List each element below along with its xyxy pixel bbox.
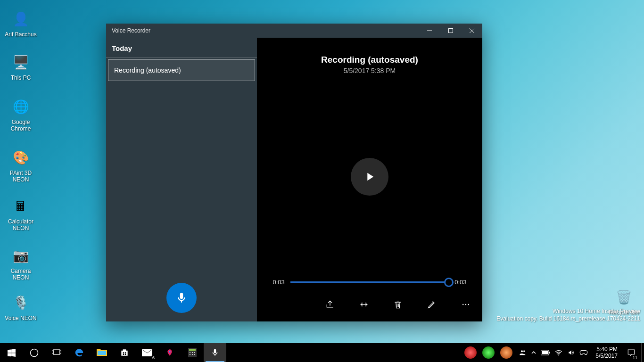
chevron-up-icon	[531, 350, 536, 355]
taskbar-edge[interactable]	[68, 343, 91, 362]
svg-point-17	[194, 352, 195, 353]
svg-point-18	[190, 354, 190, 355]
svg-point-7	[30, 349, 38, 356]
calculator-icon	[188, 348, 197, 357]
desktop-icon-this-pc[interactable]: 🖥️This PC	[3, 52, 39, 81]
svg-point-15	[190, 352, 190, 353]
close-button[interactable]	[461, 24, 482, 38]
tray-chevron[interactable]	[531, 350, 536, 355]
start-button[interactable]	[0, 343, 23, 362]
cortana-button[interactable]	[23, 343, 45, 362]
desktop-icon-paint-3d-neon[interactable]: 🎨PAint 3D NEON	[3, 147, 39, 183]
taskbar-voice-recorder[interactable]	[204, 343, 226, 362]
taskbar-explorer[interactable]	[91, 343, 113, 362]
svg-point-4	[462, 304, 464, 305]
show-desktop-button[interactable]	[641, 343, 644, 362]
svg-rect-23	[542, 351, 548, 354]
maximize-button[interactable]	[440, 24, 461, 38]
player-toolbar	[257, 297, 482, 312]
minimize-button[interactable]	[419, 24, 440, 38]
volume-icon	[567, 349, 575, 356]
trash-icon	[393, 300, 403, 309]
voice-neon-icon: 🎙️	[10, 292, 31, 313]
recordings-sidebar: Today Recording (autosaved)	[106, 38, 257, 321]
tray-battery[interactable]	[541, 350, 550, 355]
svg-point-20	[194, 354, 195, 355]
people-contact-1[interactable]	[464, 346, 477, 359]
share-icon	[325, 300, 335, 309]
pencil-icon	[427, 300, 437, 309]
taskbar-clock[interactable]: 5:40 PM 5/5/2017	[592, 346, 621, 359]
time-current: 0:03	[272, 279, 284, 286]
recycle-bin-icon: 🗑️	[613, 287, 634, 307]
window-title: Voice Recorder	[112, 27, 150, 34]
rename-button[interactable]	[424, 297, 439, 312]
record-button[interactable]	[166, 283, 197, 313]
time-total: 0:03	[454, 279, 466, 286]
svg-rect-10	[60, 351, 61, 354]
windows-icon	[8, 349, 16, 357]
desktop-icon-label: PAint 3D NEON	[3, 170, 39, 183]
svg-point-24	[558, 354, 559, 355]
task-view-button[interactable]	[45, 343, 68, 362]
desktop-icon-label: This PC	[3, 74, 39, 81]
sidebar-section-today: Today	[106, 38, 257, 58]
taskbar-maps[interactable]	[158, 343, 181, 362]
svg-rect-1	[448, 29, 453, 33]
action-center-button[interactable]: 11	[621, 343, 641, 362]
battery-icon	[541, 350, 550, 355]
tray-gamebar[interactable]	[579, 349, 588, 356]
desktop-icon-user-folder[interactable]: 👤Arif Bacchus	[3, 8, 39, 38]
delete-button[interactable]	[390, 297, 405, 312]
mail-badge: 6	[151, 355, 156, 360]
seek-slider[interactable]: 0:03 0:03	[272, 279, 466, 286]
google-chrome-icon: 🌐	[10, 96, 31, 117]
play-button[interactable]	[351, 158, 388, 196]
edge-icon	[74, 347, 84, 358]
taskbar-mail[interactable]: 6	[136, 343, 158, 362]
tray-volume[interactable]	[567, 349, 575, 356]
taskbar: 6 5:40 PM 5/5/2017 11	[0, 343, 644, 362]
trim-button[interactable]	[356, 297, 372, 312]
voice-recorder-window: Voice Recorder Today Recording (autosave…	[106, 24, 482, 321]
seek-thumb[interactable]	[444, 278, 454, 287]
share-button[interactable]	[322, 297, 338, 312]
taskbar-calculator[interactable]	[181, 343, 204, 362]
paint-3d-neon-icon: 🎨	[10, 147, 31, 168]
windows-watermark: Windows 10 Home Insider Preview Evaluati…	[496, 307, 640, 322]
taskbar-store[interactable]	[113, 343, 136, 362]
desktop-icon-label: Arif Bacchus	[3, 31, 39, 38]
wifi-icon	[555, 349, 562, 356]
seek-track[interactable]	[290, 281, 449, 283]
desktop-icon-label: Calculator NEON	[3, 218, 39, 231]
desktop-icon-label: Google Chrome	[3, 119, 39, 132]
window-titlebar[interactable]: Voice Recorder	[106, 24, 482, 38]
mail-icon	[142, 349, 152, 356]
trim-icon	[359, 300, 369, 309]
svg-rect-8	[53, 350, 60, 354]
desktop-icon-calculator-neon[interactable]: 🖩Calculator NEON	[3, 196, 39, 231]
more-button[interactable]	[458, 297, 473, 312]
gamebar-icon	[579, 349, 588, 356]
recording-item[interactable]: Recording (autosaved)	[108, 59, 255, 81]
this-pc-icon: 🖥️	[10, 52, 31, 73]
desktop-icon-camera-neon[interactable]: 📷Camera NEON	[3, 245, 39, 281]
people-contact-3[interactable]	[500, 346, 512, 359]
svg-point-19	[192, 354, 193, 355]
desktop-icon-google-chrome[interactable]: 🌐Google Chrome	[3, 96, 39, 132]
window-controls	[419, 24, 482, 38]
people-button[interactable]	[519, 349, 527, 356]
desktop-icon-voice-neon[interactable]: 🎙️Voice NEON	[3, 292, 39, 321]
tray-wifi[interactable]	[555, 349, 562, 356]
desktop: 🗑️Recycle Bin🎙️Voice NEON📷Camera NEON🖩Ca…	[0, 0, 644, 343]
desktop-icon-label: Voice NEON	[3, 315, 39, 321]
people-contact-2[interactable]	[482, 346, 495, 359]
cortana-icon	[30, 348, 39, 357]
svg-point-6	[468, 304, 470, 305]
player-panel: Recording (autosaved) 5/5/2017 5:38 PM 0…	[257, 38, 482, 321]
store-icon	[120, 348, 129, 357]
svg-point-12	[169, 351, 170, 352]
ellipsis-icon	[461, 300, 471, 309]
user-folder-icon: 👤	[10, 8, 31, 29]
action-center-badge: 11	[632, 355, 638, 360]
